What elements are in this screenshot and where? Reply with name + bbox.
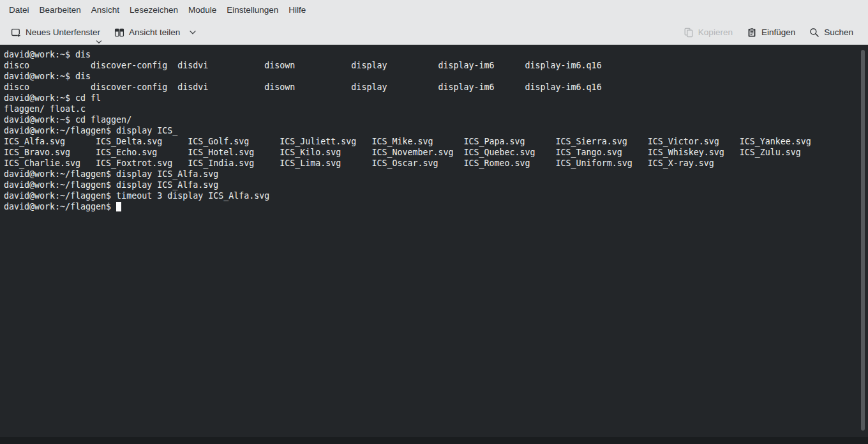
terminal-line: david@work:~/flaggen$ display ICS_ <box>4 125 811 136</box>
scrollbar-track[interactable] <box>859 45 868 437</box>
menubar: DateiBearbeitenAnsichtLesezeichenModuleE… <box>0 0 868 20</box>
terminal-line: ICS_Charlie.svg ICS_Foxtrot.svg ICS_Indi… <box>4 158 811 169</box>
window-chrome: DateiBearbeitenAnsichtLesezeichenModuleE… <box>0 0 868 45</box>
terminal-line: david@work:~$ dis <box>4 49 811 60</box>
copy-icon <box>684 27 694 38</box>
terminal-line: david@work:~/flaggen$ <box>4 201 811 212</box>
terminal-cursor <box>116 202 121 211</box>
terminal-line: david@work:~/flaggen$ display ICS_Alfa.s… <box>4 180 811 190</box>
menu-item-datei[interactable]: Datei <box>4 0 34 20</box>
toolbar: Neues Unterfenster Ansicht teilen <box>0 20 868 45</box>
new-tab-label: Neues Unterfenster <box>26 27 100 37</box>
terminal-line: disco discover-config disdvi disown disp… <box>4 60 811 71</box>
terminal-line: ICS_Alfa.svg ICS_Delta.svg ICS_Golf.svg … <box>4 136 811 147</box>
menu-item-module[interactable]: Module <box>183 0 221 20</box>
terminal-line: david@work:~$ cd fl <box>4 93 811 103</box>
terminal-line: david@work:~/flaggen$ display ICS_Alfa.s… <box>4 169 811 180</box>
menu-item-einstellungen[interactable]: Einstellungen <box>221 0 283 20</box>
search-label: Suchen <box>824 27 853 37</box>
terminal[interactable]: david@work:~$ disdisco discover-config d… <box>0 45 868 444</box>
terminal-line: david@work:~$ cd flaggen/ <box>4 114 811 125</box>
chevron-down-icon <box>96 40 102 44</box>
new-tab-button[interactable]: Neues Unterfenster <box>5 24 106 41</box>
terminal-line: david@work:~$ dis <box>4 71 811 82</box>
copy-label: Kopieren <box>698 27 733 37</box>
terminal-line: david@work:~/flaggen$ timeout 3 display … <box>4 190 811 201</box>
terminal-line: ICS_Bravo.svg ICS_Echo.svg ICS_Hotel.svg… <box>4 147 811 158</box>
chevron-down-icon <box>189 30 197 35</box>
terminal-line: disco discover-config disdvi disown disp… <box>4 82 811 93</box>
terminal-bottom-edge <box>0 437 868 444</box>
copy-button[interactable]: Kopieren <box>678 24 738 41</box>
menu-item-ansicht[interactable]: Ansicht <box>86 0 124 20</box>
search-button[interactable]: Suchen <box>804 24 859 41</box>
split-view-icon <box>114 27 124 38</box>
terminal-line: flaggen/ float.c <box>4 103 811 114</box>
paste-icon <box>747 27 757 38</box>
split-view-button[interactable]: Ansicht teilen <box>108 24 202 41</box>
paste-label: Einfügen <box>761 27 795 37</box>
terminal-output: david@work:~$ disdisco discover-config d… <box>4 49 811 212</box>
menu-item-hilfe[interactable]: Hilfe <box>283 0 311 20</box>
scrollbar-thumb[interactable] <box>861 50 865 431</box>
paste-button[interactable]: Einfügen <box>741 24 801 41</box>
split-view-label: Ansicht teilen <box>129 27 180 37</box>
menu-item-lesezeichen[interactable]: Lesezeichen <box>124 0 183 20</box>
new-tab-icon <box>11 27 21 38</box>
menu-item-bearbeiten[interactable]: Bearbeiten <box>34 0 86 20</box>
search-icon <box>809 27 819 38</box>
